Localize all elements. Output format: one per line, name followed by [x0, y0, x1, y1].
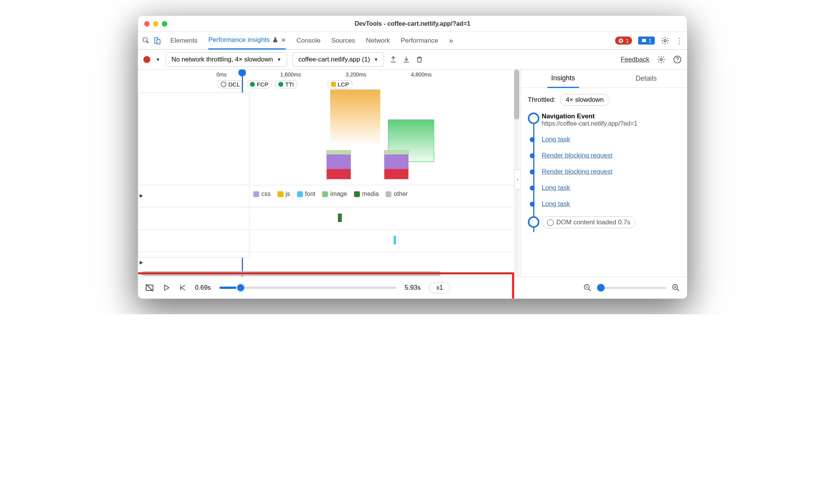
playback-speed[interactable]: x1	[429, 282, 450, 293]
experiment-icon	[272, 37, 278, 43]
insights-sidebar: Insights Details Throttled: 4× slowdown …	[521, 70, 687, 277]
main-body: 0ms 1,600ms 3,200ms 4,800ms DCL FCP TTI …	[138, 70, 687, 277]
throttled-label: Throttled:	[528, 96, 556, 104]
insight-item[interactable]: Long task	[542, 184, 680, 192]
time-ruler: 0ms 1,600ms 3,200ms 4,800ms	[215, 70, 521, 79]
close-window-button[interactable]	[144, 21, 150, 27]
tab-performance-insights[interactable]: Performance insights ×	[208, 32, 286, 50]
insight-link[interactable]: Long task	[542, 136, 570, 143]
message-count-badge[interactable]: 1	[638, 36, 655, 45]
navigation-event[interactable]: Navigation Event https://coffee-cart.net…	[542, 113, 680, 127]
svg-rect-4	[642, 39, 646, 42]
help-icon[interactable]	[673, 55, 682, 64]
insight-item[interactable]: Render blocking request	[542, 152, 680, 159]
resource-legend: css js font image media other	[253, 191, 408, 197]
lcp-block[interactable]	[330, 90, 380, 146]
inspect-element-icon[interactable]	[142, 36, 150, 45]
sidebar-tabs: Insights Details	[521, 70, 687, 88]
expand-icon[interactable]: ▶	[140, 193, 143, 198]
tab-elements[interactable]: Elements	[170, 32, 198, 50]
error-count-badge[interactable]: 1	[615, 36, 632, 45]
zoom-slider[interactable]	[597, 287, 666, 289]
throttling-select[interactable]: No network throttling, 4× slowdown▼	[166, 52, 287, 67]
svg-rect-2	[157, 39, 160, 44]
time-end: 5.93s	[405, 284, 421, 292]
tab-console[interactable]: Console	[296, 32, 320, 50]
insights-timeline: Navigation Event https://coffee-cart.net…	[528, 113, 680, 228]
expand-icon[interactable]: ▶	[140, 260, 143, 265]
rewind-icon[interactable]	[179, 284, 186, 292]
feedback-link[interactable]: Feedback	[620, 56, 649, 63]
insight-item[interactable]: Long task	[542, 136, 680, 143]
marker-fcp[interactable]: FCP	[246, 80, 272, 88]
playback-slider[interactable]	[220, 287, 396, 289]
tab-sources[interactable]: Sources	[331, 32, 355, 50]
svg-point-6	[660, 58, 662, 61]
delete-icon[interactable]	[416, 56, 423, 63]
screenshot-thumb[interactable]	[326, 150, 351, 179]
insight-link[interactable]: Render blocking request	[542, 152, 612, 159]
insight-link[interactable]: Render blocking request	[542, 168, 612, 175]
minimize-window-button[interactable]	[153, 21, 158, 27]
insight-item[interactable]: Render blocking request	[542, 168, 680, 176]
throttled-value: 4× slowdown	[560, 94, 610, 106]
devtools-tabbar: Elements Performance insights × Console …	[138, 32, 687, 50]
zoom-knob[interactable]	[597, 284, 605, 292]
close-tab-icon[interactable]: ×	[281, 36, 286, 45]
export-icon[interactable]	[389, 56, 397, 63]
tab-label: Performance insights	[208, 36, 270, 44]
panel-tabs: Elements Performance insights × Console …	[170, 32, 453, 50]
marker-tti[interactable]: TTI	[275, 80, 298, 88]
session-label: coffee-cart.netlify.app (1)	[298, 56, 370, 63]
screenshot-thumb[interactable]	[384, 150, 409, 179]
no-screenshot-icon[interactable]	[145, 283, 154, 292]
resource-row[interactable]	[138, 229, 521, 252]
timing-markers: DCL FCP TTI LCP	[215, 79, 521, 90]
toggle-sidebar-button[interactable]: ›	[514, 169, 521, 189]
panel-settings-icon[interactable]	[657, 55, 665, 64]
more-icon[interactable]: ⋮	[675, 36, 683, 45]
tabs-overflow[interactable]: »	[449, 32, 453, 50]
playback-footer: 0.69s 5.93s x1	[138, 277, 687, 298]
titlebar: DevTools - coffee-cart.netlify.app/?ad=1	[138, 16, 687, 32]
window-title: DevTools - coffee-cart.netlify.app/?ad=1	[138, 20, 687, 27]
horizontal-scrollbar[interactable]	[141, 271, 511, 276]
marker-lcp[interactable]: LCP	[328, 80, 353, 88]
window-controls	[144, 21, 167, 27]
tab-performance[interactable]: Performance	[401, 32, 438, 50]
tab-details[interactable]: Details	[632, 70, 660, 88]
tab-network[interactable]: Network	[366, 32, 390, 50]
message-icon	[641, 38, 647, 43]
zoom-window-button[interactable]	[162, 21, 167, 27]
throttling-label: No network throttling, 4× slowdown	[171, 56, 273, 63]
main-row[interactable]: ▶	[138, 252, 521, 274]
session-select[interactable]: coffee-cart.netlify.app (1)▼	[293, 52, 384, 67]
dcl-event[interactable]: ◯DOM content loaded 0.7s	[542, 216, 680, 228]
play-icon[interactable]	[163, 284, 170, 292]
marker-dcl[interactable]: DCL	[217, 80, 243, 88]
timeline-panel[interactable]: 0ms 1,600ms 3,200ms 4,800ms DCL FCP TTI …	[138, 70, 521, 277]
settings-icon[interactable]	[661, 36, 669, 45]
zoom-in-icon[interactable]	[672, 284, 680, 292]
time-start: 0.69s	[195, 284, 211, 292]
slider-knob[interactable]	[236, 283, 245, 292]
import-icon[interactable]	[403, 56, 410, 63]
zoom-out-icon[interactable]	[583, 284, 592, 292]
resource-row[interactable]	[138, 207, 521, 229]
svg-point-5	[664, 40, 666, 42]
insight-link[interactable]: Long task	[542, 184, 570, 191]
device-toggle-icon[interactable]	[153, 36, 161, 45]
insights-toolbar: ▼ No network throttling, 4× slowdown▼ co…	[138, 50, 687, 70]
error-icon	[618, 38, 624, 43]
insight-link[interactable]: Long task	[542, 200, 570, 207]
insight-item[interactable]: Long task	[542, 200, 680, 208]
zoom-controls	[583, 284, 680, 292]
throttled-row: Throttled: 4× slowdown	[528, 94, 680, 106]
record-button[interactable]	[143, 56, 150, 63]
tab-insights[interactable]: Insights	[547, 70, 579, 88]
record-menu-caret[interactable]: ▼	[156, 57, 160, 62]
devtools-window: DevTools - coffee-cart.netlify.app/?ad=1…	[138, 15, 687, 299]
